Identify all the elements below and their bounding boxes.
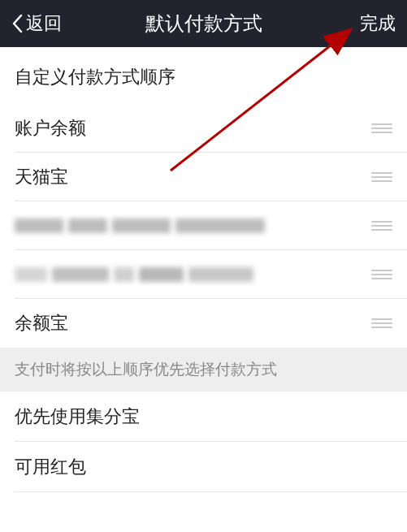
option-label: 优先使用集分宝 [15,404,140,429]
redacted-payment-label [15,267,355,282]
drag-handle-icon[interactable] [371,172,392,182]
header-bar: 返回 默认付款方式 完成 [0,0,407,47]
page-title: 默认付款方式 [145,11,262,37]
drag-handle-icon[interactable] [371,318,392,328]
drag-handle-icon[interactable] [371,270,392,279]
payment-label: 余额宝 [15,311,68,335]
redacted-payment-label [15,218,355,233]
order-hint: 支付时将按以上顺序优先选择付款方式 [0,348,407,391]
drag-handle-icon[interactable] [371,221,392,231]
list-item[interactable]: 账户余额 [0,104,407,153]
done-button[interactable]: 完成 [360,11,396,36]
chevron-left-icon [11,14,23,33]
section-header: 自定义付款方式顺序 [0,47,407,104]
list-item[interactable] [0,250,407,299]
payment-label: 天猫宝 [15,165,68,189]
payment-label: 账户余额 [15,116,86,141]
list-item[interactable] [0,201,407,250]
list-item[interactable]: 优先使用集分宝 [0,391,407,442]
drag-handle-icon[interactable] [371,123,392,133]
option-label: 可用红包 [15,455,86,479]
list-item[interactable]: 余额宝 [0,299,407,348]
list-item[interactable]: 可用红包 [0,442,407,492]
payment-order-list: 账户余额 天猫宝 余额宝 [0,104,407,348]
back-label: 返回 [26,11,62,36]
list-item[interactable]: 天猫宝 [0,153,407,201]
back-button[interactable]: 返回 [11,11,62,36]
extra-options-list: 优先使用集分宝 可用红包 [0,391,407,492]
